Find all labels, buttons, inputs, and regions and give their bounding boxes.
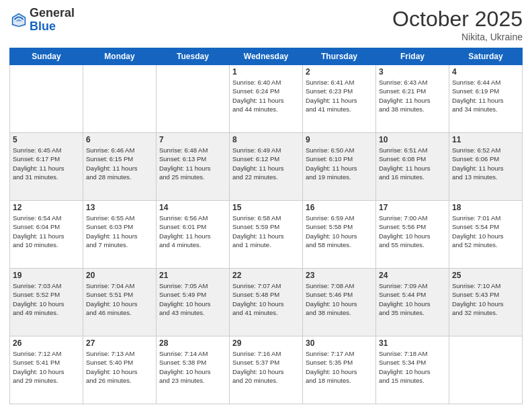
header-thursday: Thursday [303, 48, 376, 65]
day-number-2-4: 16 [306, 203, 373, 212]
cell-2-0: 12Sunrise: 6:54 AM Sunset: 6:04 PM Dayli… [10, 201, 83, 269]
day-info-1-6: Sunrise: 6:52 AM Sunset: 6:06 PM Dayligh… [452, 146, 519, 181]
cell-4-3: 29Sunrise: 7:16 AM Sunset: 5:37 PM Dayli… [230, 336, 303, 404]
cell-1-0: 5Sunrise: 6:45 AM Sunset: 6:17 PM Daylig… [10, 133, 83, 201]
day-number-3-3: 22 [232, 271, 300, 280]
cell-0-4: 2Sunrise: 6:41 AM Sunset: 6:23 PM Daylig… [303, 65, 376, 133]
cell-4-5: 31Sunrise: 7:18 AM Sunset: 5:34 PM Dayli… [376, 336, 449, 404]
cell-1-5: 10Sunrise: 6:51 AM Sunset: 6:08 PM Dayli… [376, 133, 449, 201]
day-info-0-6: Sunrise: 6:44 AM Sunset: 6:19 PM Dayligh… [452, 78, 519, 113]
day-number-3-2: 21 [159, 271, 226, 280]
logo-text: General Blue [30, 7, 75, 34]
day-number-0-4: 2 [306, 67, 373, 77]
logo-icon [9, 11, 28, 30]
day-info-0-5: Sunrise: 6:43 AM Sunset: 6:21 PM Dayligh… [379, 78, 446, 113]
day-number-1-1: 6 [86, 135, 153, 144]
day-info-2-2: Sunrise: 6:56 AM Sunset: 6:01 PM Dayligh… [159, 214, 226, 249]
cell-3-1: 20Sunrise: 7:04 AM Sunset: 5:51 PM Dayli… [83, 269, 157, 336]
cell-2-2: 14Sunrise: 6:56 AM Sunset: 6:01 PM Dayli… [157, 201, 230, 269]
cell-2-1: 13Sunrise: 6:55 AM Sunset: 6:03 PM Dayli… [83, 201, 157, 269]
day-info-3-2: Sunrise: 7:05 AM Sunset: 5:49 PM Dayligh… [159, 281, 226, 317]
day-number-2-2: 14 [159, 203, 226, 212]
cell-3-2: 21Sunrise: 7:05 AM Sunset: 5:49 PM Dayli… [157, 269, 230, 336]
weekday-header-row: Sunday Monday Tuesday Wednesday Thursday… [10, 48, 523, 65]
day-number-3-0: 19 [13, 271, 80, 280]
header-wednesday: Wednesday [230, 48, 303, 65]
day-info-1-1: Sunrise: 6:46 AM Sunset: 6:15 PM Dayligh… [86, 146, 153, 181]
cell-2-6: 18Sunrise: 7:01 AM Sunset: 5:54 PM Dayli… [449, 201, 523, 269]
day-info-4-1: Sunrise: 7:13 AM Sunset: 5:40 PM Dayligh… [86, 349, 153, 385]
day-info-2-0: Sunrise: 6:54 AM Sunset: 6:04 PM Dayligh… [13, 214, 80, 249]
logo: General Blue [9, 7, 75, 34]
day-number-2-0: 12 [13, 203, 80, 212]
week-row-3: 19Sunrise: 7:03 AM Sunset: 5:52 PM Dayli… [10, 269, 523, 336]
day-number-0-6: 4 [452, 67, 519, 77]
day-info-3-0: Sunrise: 7:03 AM Sunset: 5:52 PM Dayligh… [13, 281, 80, 317]
cell-4-4: 30Sunrise: 7:17 AM Sunset: 5:35 PM Dayli… [303, 336, 376, 404]
cell-0-1 [83, 65, 157, 133]
cell-3-5: 24Sunrise: 7:09 AM Sunset: 5:44 PM Dayli… [376, 269, 449, 336]
header: General Blue October 2025 Nikita, Ukrain… [9, 7, 523, 42]
day-number-4-0: 26 [13, 338, 80, 348]
day-number-4-2: 28 [159, 338, 226, 348]
day-info-1-5: Sunrise: 6:51 AM Sunset: 6:08 PM Dayligh… [379, 146, 446, 181]
day-info-4-3: Sunrise: 7:16 AM Sunset: 5:37 PM Dayligh… [232, 349, 300, 385]
cell-2-4: 16Sunrise: 6:59 AM Sunset: 5:58 PM Dayli… [303, 201, 376, 269]
day-number-0-5: 3 [379, 67, 446, 77]
cell-1-3: 8Sunrise: 6:49 AM Sunset: 6:12 PM Daylig… [230, 133, 303, 201]
cell-4-6 [449, 336, 523, 404]
page: General Blue October 2025 Nikita, Ukrain… [0, 0, 532, 411]
day-number-1-5: 10 [379, 135, 446, 144]
cell-0-5: 3Sunrise: 6:43 AM Sunset: 6:21 PM Daylig… [376, 65, 449, 133]
day-number-4-1: 27 [86, 338, 153, 348]
day-info-3-1: Sunrise: 7:04 AM Sunset: 5:51 PM Dayligh… [86, 281, 153, 317]
logo-general: General [30, 6, 75, 19]
cell-1-2: 7Sunrise: 6:48 AM Sunset: 6:13 PM Daylig… [157, 133, 230, 201]
day-number-1-6: 11 [452, 135, 519, 144]
week-row-0: 1Sunrise: 6:40 AM Sunset: 6:24 PM Daylig… [10, 65, 523, 133]
day-number-4-3: 29 [232, 338, 300, 348]
cell-4-2: 28Sunrise: 7:14 AM Sunset: 5:38 PM Dayli… [157, 336, 230, 404]
header-saturday: Saturday [449, 48, 523, 65]
day-info-4-4: Sunrise: 7:17 AM Sunset: 5:35 PM Dayligh… [306, 349, 373, 385]
day-info-1-4: Sunrise: 6:50 AM Sunset: 6:10 PM Dayligh… [306, 146, 373, 181]
day-info-1-0: Sunrise: 6:45 AM Sunset: 6:17 PM Dayligh… [13, 146, 80, 181]
day-info-1-2: Sunrise: 6:48 AM Sunset: 6:13 PM Dayligh… [159, 146, 226, 181]
title-block: October 2025 Nikita, Ukraine [392, 7, 523, 42]
day-info-2-1: Sunrise: 6:55 AM Sunset: 6:03 PM Dayligh… [86, 214, 153, 249]
header-sunday: Sunday [10, 48, 83, 65]
day-info-2-3: Sunrise: 6:58 AM Sunset: 5:59 PM Dayligh… [232, 214, 300, 249]
day-info-4-5: Sunrise: 7:18 AM Sunset: 5:34 PM Dayligh… [379, 349, 446, 385]
cell-3-3: 22Sunrise: 7:07 AM Sunset: 5:48 PM Dayli… [230, 269, 303, 336]
day-info-4-0: Sunrise: 7:12 AM Sunset: 5:41 PM Dayligh… [13, 349, 80, 385]
day-number-3-4: 23 [306, 271, 373, 280]
day-number-3-5: 24 [379, 271, 446, 280]
day-number-2-1: 13 [86, 203, 153, 212]
week-row-1: 5Sunrise: 6:45 AM Sunset: 6:17 PM Daylig… [10, 133, 523, 201]
cell-3-0: 19Sunrise: 7:03 AM Sunset: 5:52 PM Dayli… [10, 269, 83, 336]
day-info-3-6: Sunrise: 7:10 AM Sunset: 5:43 PM Dayligh… [452, 281, 519, 317]
cell-4-0: 26Sunrise: 7:12 AM Sunset: 5:41 PM Dayli… [10, 336, 83, 404]
day-info-4-2: Sunrise: 7:14 AM Sunset: 5:38 PM Dayligh… [159, 349, 226, 385]
day-info-3-5: Sunrise: 7:09 AM Sunset: 5:44 PM Dayligh… [379, 281, 446, 317]
day-number-2-3: 15 [232, 203, 300, 212]
month-title: October 2025 [392, 7, 523, 32]
header-tuesday: Tuesday [157, 48, 230, 65]
day-info-2-6: Sunrise: 7:01 AM Sunset: 5:54 PM Dayligh… [452, 214, 519, 249]
day-number-1-0: 5 [13, 135, 80, 144]
cell-0-3: 1Sunrise: 6:40 AM Sunset: 6:24 PM Daylig… [230, 65, 303, 133]
day-info-2-4: Sunrise: 6:59 AM Sunset: 5:58 PM Dayligh… [306, 214, 373, 249]
cell-0-0 [10, 65, 83, 133]
day-info-2-5: Sunrise: 7:00 AM Sunset: 5:56 PM Dayligh… [379, 214, 446, 249]
cell-0-6: 4Sunrise: 6:44 AM Sunset: 6:19 PM Daylig… [449, 65, 523, 133]
logo-blue: Blue [30, 19, 56, 33]
day-info-0-3: Sunrise: 6:40 AM Sunset: 6:24 PM Dayligh… [232, 78, 300, 113]
day-number-1-4: 9 [306, 135, 373, 144]
day-number-0-3: 1 [232, 67, 300, 77]
header-friday: Friday [376, 48, 449, 65]
cell-4-1: 27Sunrise: 7:13 AM Sunset: 5:40 PM Dayli… [83, 336, 157, 404]
cell-3-6: 25Sunrise: 7:10 AM Sunset: 5:43 PM Dayli… [449, 269, 523, 336]
cell-2-3: 15Sunrise: 6:58 AM Sunset: 5:59 PM Dayli… [230, 201, 303, 269]
day-number-2-6: 18 [452, 203, 519, 212]
header-monday: Monday [83, 48, 157, 65]
